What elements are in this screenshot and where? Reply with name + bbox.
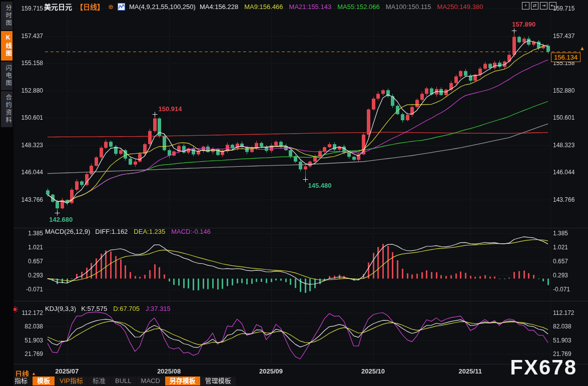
y-axis-tick-right: 112.172 bbox=[553, 309, 587, 316]
chart-style-icon[interactable] bbox=[118, 3, 125, 11]
y-axis-tick-right: 1.385 bbox=[553, 230, 587, 237]
y-axis-tick-left: 155.158 bbox=[15, 60, 43, 67]
x-axis-month-label: 2025/09 bbox=[259, 367, 283, 375]
macd-values: DIFF:1.162DEA:1.235MACD:-0.146 bbox=[95, 228, 211, 235]
y-axis-tick-right: 0.657 bbox=[553, 258, 587, 265]
y-axis-tick-right: 159.715 bbox=[553, 5, 587, 12]
y-axis-tick-right: 51.903 bbox=[553, 337, 587, 344]
exit-chart-icon[interactable]: ⇤ bbox=[549, 2, 556, 10]
zoom-range-icon[interactable]: ⇄ bbox=[531, 2, 538, 10]
bottom-toolbar: 指标模板VIP指标标准BULLMACD另存模板管理模板 bbox=[10, 376, 236, 385]
macd-panel-header: MACD(26,12,9) DIFF:1.162DEA:1.235MACD:-0… bbox=[45, 228, 211, 235]
ma-values: MA4:156.228MA9:156.466MA21:155.143MA55:1… bbox=[200, 3, 483, 11]
watermark: FX678 bbox=[510, 355, 577, 379]
toolbar-button-vip-indicators[interactable]: VIP指标 bbox=[55, 376, 88, 385]
y-axis-tick-left: 1.385 bbox=[15, 230, 43, 237]
macd-title: MACD(26,12,9) bbox=[45, 228, 90, 235]
y-axis-tick-left: 51.903 bbox=[15, 337, 43, 344]
price-annotation-high: 157.890 bbox=[512, 21, 535, 28]
x-axis-month-label: 2025/07 bbox=[55, 367, 79, 375]
y-axis-tick-right: 157.437 bbox=[553, 33, 587, 40]
pan-icon[interactable]: + bbox=[522, 2, 529, 10]
toolbar-button-templates[interactable]: 模板 bbox=[33, 376, 55, 385]
y-axis-tick-left: 157.437 bbox=[15, 33, 43, 40]
y-axis-tick-left: -0.071 bbox=[15, 286, 43, 293]
toolbar-button-bull[interactable]: BULL bbox=[111, 376, 136, 385]
candlestick-chart-canvas[interactable] bbox=[14, 0, 588, 368]
y-axis-tick-left: 152.880 bbox=[15, 87, 43, 94]
y-axis-tick-left: 143.766 bbox=[15, 196, 43, 203]
kdj-values: K:57.575D:67.705J:37.315 bbox=[81, 305, 171, 312]
toolbar-button-manage-template[interactable]: 管理模板 bbox=[201, 376, 236, 385]
kdj-value-label: J:37.315 bbox=[146, 305, 171, 312]
kdj-value-label: K:57.575 bbox=[81, 305, 107, 312]
y-axis-tick-right: -0.071 bbox=[553, 286, 587, 293]
last-price-tag: 156.134 bbox=[551, 53, 580, 62]
chart-header: 美元日元 【日线】 ⊕ MA(4,9,21,55,100,250) MA4:15… bbox=[44, 2, 483, 12]
ma-value-label: MA55:152.066 bbox=[337, 3, 380, 11]
y-axis-tick-right: 0.293 bbox=[553, 272, 587, 279]
chart-toolbar-icons: +⇄⇥⇤ bbox=[522, 2, 556, 10]
toolbar-button-standard[interactable]: 标准 bbox=[88, 376, 110, 385]
trading-chart-app: 分时图K线图闪电图合约资料 美元日元 【日线】 ⊕ MA(4,9,21,55,1… bbox=[0, 0, 588, 386]
y-axis-tick-right: 146.044 bbox=[553, 169, 587, 176]
ma-value-label: MA4:156.228 bbox=[200, 3, 238, 11]
price-annotation-low: 145.480 bbox=[308, 182, 332, 189]
y-axis-tick-left: 82.038 bbox=[15, 323, 43, 330]
toolbar-button-save-template[interactable]: 另存模板 bbox=[165, 376, 200, 385]
price-annotation-low: 142.680 bbox=[49, 216, 73, 223]
symbol-title: 美元日元 bbox=[44, 2, 72, 12]
y-axis-tick-right: 150.601 bbox=[553, 114, 587, 121]
ma-value-label: MA100:150.115 bbox=[386, 3, 431, 11]
x-axis-month-label: 2025/11 bbox=[459, 367, 482, 375]
last-price-arrow-icon: ▲ bbox=[579, 46, 585, 51]
ma-value-label: MA9:156.466 bbox=[244, 3, 283, 11]
y-axis-tick-left: 146.044 bbox=[15, 169, 43, 176]
x-axis-month-label: 2025/10 bbox=[361, 367, 385, 375]
kdj-value-label: D:67.705 bbox=[113, 305, 140, 312]
kdj-panel-header: KDJ(9,3,3) K:57.575D:67.705J:37.315 bbox=[45, 305, 171, 312]
y-axis-tick-right: 148.323 bbox=[553, 142, 587, 149]
period-selector[interactable]: 【日线】 bbox=[76, 2, 104, 12]
macd-value-label: MACD:-0.146 bbox=[171, 228, 211, 235]
macd-value-label: DEA:1.235 bbox=[134, 228, 165, 235]
y-axis-tick-left: 159.715 bbox=[15, 5, 43, 12]
add-indicator-icon[interactable]: ⊕ bbox=[108, 3, 114, 11]
sidebar-tab-contract-info[interactable]: 合约资料 bbox=[1, 91, 13, 127]
x-axis-month-label: 2025/08 bbox=[157, 367, 181, 375]
y-axis-tick-right: 143.766 bbox=[553, 196, 587, 203]
y-axis-tick-left: 0.657 bbox=[15, 258, 43, 265]
sidebar-tab-time-chart[interactable]: 分时图 bbox=[1, 2, 13, 30]
sidebar-tab-candlestick-chart[interactable]: K线图 bbox=[1, 31, 13, 61]
left-sidebar: 分时图K线图闪电图合约资料 bbox=[0, 0, 14, 386]
y-axis-tick-left: 112.172 bbox=[15, 309, 43, 316]
y-axis-tick-left: 21.769 bbox=[15, 350, 43, 357]
price-annotation-high: 150.914 bbox=[159, 105, 182, 113]
ma-value-label: MA21:155.143 bbox=[289, 3, 332, 11]
y-axis-tick-left: 148.323 bbox=[15, 142, 43, 149]
timeframe-arrow-icon: ▲ bbox=[32, 371, 36, 376]
y-axis-tick-right: 1.021 bbox=[553, 244, 587, 251]
goto-latest-icon[interactable]: ⇥ bbox=[540, 2, 547, 10]
macd-value-label: DIFF:1.162 bbox=[95, 228, 128, 235]
y-axis-tick-left: 1.021 bbox=[15, 244, 43, 251]
ma-value-label: MA250:149.380 bbox=[437, 3, 483, 11]
kdj-title: KDJ(9,3,3) bbox=[45, 305, 76, 312]
sidebar-tab-flash-chart[interactable]: 闪电图 bbox=[1, 62, 13, 90]
y-axis-tick-right: 82.038 bbox=[553, 323, 587, 330]
y-axis-tick-right: 152.880 bbox=[553, 87, 587, 94]
toolbar-button-macd[interactable]: MACD bbox=[137, 376, 165, 385]
ma-settings-label: MA(4,9,21,55,100,250) bbox=[129, 3, 196, 11]
y-axis-tick-left: 150.601 bbox=[15, 114, 43, 121]
y-axis-tick-left: 0.293 bbox=[15, 272, 43, 279]
